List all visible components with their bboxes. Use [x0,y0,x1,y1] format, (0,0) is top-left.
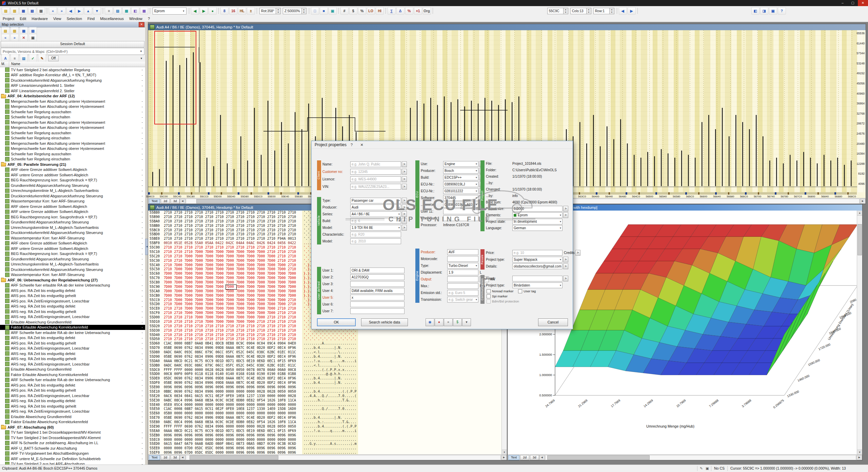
hex-cell[interactable]: 2710 [278,245,288,250]
hex-cell[interactable]: 7D00 [288,272,298,276]
map-item-row[interactable]: Erlaubte Abweichung Grundkennfeld- [0,367,145,372]
hex-cell[interactable]: 2710 [288,298,298,302]
hex-cell[interactable]: 0000 [257,438,268,442]
search-vehicle-data-button[interactable]: Search vehicle data [361,318,408,326]
hex-cell[interactable]: 2710 [174,324,185,329]
hex-cell[interactable]: 0F69 [288,359,298,363]
hex-cell[interactable]: 7D00 [236,280,247,285]
hex-cell[interactable]: 7D00 [195,276,205,280]
hex-cell[interactable]: 2710 [174,228,185,233]
hex-cell[interactable]: 7D00 [184,285,195,289]
hex-cell[interactable]: 0000 [195,411,205,416]
map-item-row[interactable]: BEG Rauchbegrenzung korr. Saugrohrdruck … [0,178,145,183]
horizontal-scrollbar[interactable] [186,455,501,460]
hex-cell[interactable]: 0E82 [246,398,257,403]
hex-cell[interactable]: 0AAB [195,442,205,446]
field-dropdown[interactable]: A4 / B6 / 8E [350,211,401,217]
hex-cell[interactable]: 7D00 [195,289,205,294]
hex-cell[interactable]: 2710 [205,245,216,250]
address-spinner[interactable]: 55C9C▲▼ [547,8,568,14]
hex-cell[interactable]: 0028 [257,425,268,429]
hex-cell[interactable]: 7D00 [184,280,195,285]
hex-cell[interactable]: 0096 [216,385,226,390]
menu-selection[interactable]: Selection [64,16,85,22]
hex-cell[interactable]: 2710 [164,298,174,302]
scrollbar-thumb[interactable] [547,455,650,460]
hex-cell[interactable]: 7D00 [195,311,205,315]
hex-cell[interactable]: 7D00 [226,272,236,276]
hex-cell[interactable]: 0050 [288,425,298,429]
cursor-left-icon[interactable]: ◀ [619,7,627,15]
hex-cell[interactable]: 7D00 [216,289,226,294]
hex-cell[interactable]: 2710 [288,302,298,307]
hex-cell[interactable]: 0690 [174,390,185,394]
hex-cell[interactable]: 7D00 [267,263,278,268]
view-3d-icon[interactable]: ▦ [122,7,131,15]
hex-cell[interactable]: 0096 [216,446,226,451]
hex-cell[interactable]: 045C [246,350,257,355]
hex-cell[interactable]: 2710 [195,224,205,228]
hex-cell[interactable]: 2710 [267,320,278,324]
hex-cell[interactable]: 0028 [257,390,268,394]
hex-cell[interactable]: 0096 [288,446,298,451]
hex-row[interactable]: 55D60C1AC000008B70AA80B410DCB0EB80C9C090… [148,341,501,346]
hex-cell[interactable]: 2710 [267,232,278,237]
hex-cell[interactable]: 2710 [267,324,278,329]
hex-cell[interactable]: 0422 [288,241,298,245]
hex-cell[interactable]: 0ADC [164,350,174,355]
hex-cell[interactable]: 086C [195,350,205,355]
scroll-down-icon[interactable]: ▼ [857,450,862,455]
hex-cell[interactable]: 0D20 [257,376,268,381]
field-input[interactable]: e.g. John Q. Public [350,161,401,167]
hex-cell[interactable]: 7D00 [246,254,257,259]
column-name[interactable]: Name [9,62,20,67]
view-tab-2d[interactable]: 2d [161,455,170,460]
hex-cell[interactable]: 10E8 [236,407,247,411]
hex-cell[interactable]: 0000 [216,403,226,407]
hex-cell[interactable]: 0A68 [195,420,205,425]
hex-cell[interactable]: 2710 [226,337,236,341]
hex-cell[interactable]: 7D00 [246,320,257,324]
hex-cell[interactable]: 0028 [288,394,298,398]
hex-cell[interactable]: 2710 [236,224,247,228]
hex-cell[interactable]: 0000 [184,403,195,407]
hex-cell[interactable]: 0C21 [184,429,195,433]
hex-cell[interactable]: 7D00 [226,263,236,268]
hex-cell[interactable]: 2710 [246,324,257,329]
hex-cell[interactable]: 7D00 [246,250,257,254]
menu-project[interactable]: Project [0,16,17,22]
hex-cell[interactable]: 0F96 [288,355,298,359]
hex-cell[interactable]: 7D00 [216,320,226,324]
hex-cell[interactable]: 00A0 [267,368,278,372]
hex-cell[interactable]: 0ADC [164,363,174,368]
hex-cell[interactable]: 7D00 [257,254,268,259]
map-list-header[interactable]: M. Name [0,62,145,67]
hex-cell[interactable]: 05FC [226,350,236,355]
hex-cell[interactable]: 7D00 [257,302,268,307]
hex-cell[interactable]: 0050 [288,390,298,394]
hex-cell[interactable]: 7D00 [205,311,216,315]
hex-row[interactable]: 55E50C1AC000808B70A150C510E2F0FE010E8123… [148,407,501,411]
hex-cell[interactable]: 7D00 [195,298,205,302]
hex-cell[interactable]: 0834 [195,346,205,350]
map-item-row[interactable]: Mengenschwelle fuer Abschaltung oberer H… [0,104,145,110]
hex-cell[interactable]: 2710 [205,324,216,329]
map-item-row[interactable]: Wassertemperatur Korr. fuer ARF-Steuerun… [0,235,145,241]
hex-cell[interactable]: 0906 [216,425,226,429]
hex-cell[interactable]: 0010 [164,241,174,245]
map-item-row[interactable]: Mengenschwelle fuer Abschaltung unterer … [0,120,145,125]
list-export-icon[interactable]: » [11,34,19,41]
hex-cell[interactable]: 0B7C [236,355,247,359]
map-item-row[interactable]: ARS pos. RA Zeit/Ereignisgesteuert, Loes… [0,346,145,351]
hex-cell[interactable]: 0000 [246,411,257,416]
hex-cell[interactable]: 09D8 [216,355,226,359]
print-icon[interactable]: ▨ [37,7,45,15]
hex-cell[interactable]: 0028 [216,368,226,372]
hex-cell[interactable]: 2710 [246,224,257,228]
hex-cell[interactable]: 2710 [164,315,174,320]
hex-cell[interactable]: 7D00 [195,315,205,320]
hex-cell[interactable]: 0000 [164,446,174,451]
hex-cell[interactable]: 7D00 [278,276,288,280]
hex-cell[interactable]: 7D00 [174,285,185,289]
map-item-row[interactable]: ARF Schwelle fuer erlaubte RA ab der kei… [0,330,145,335]
